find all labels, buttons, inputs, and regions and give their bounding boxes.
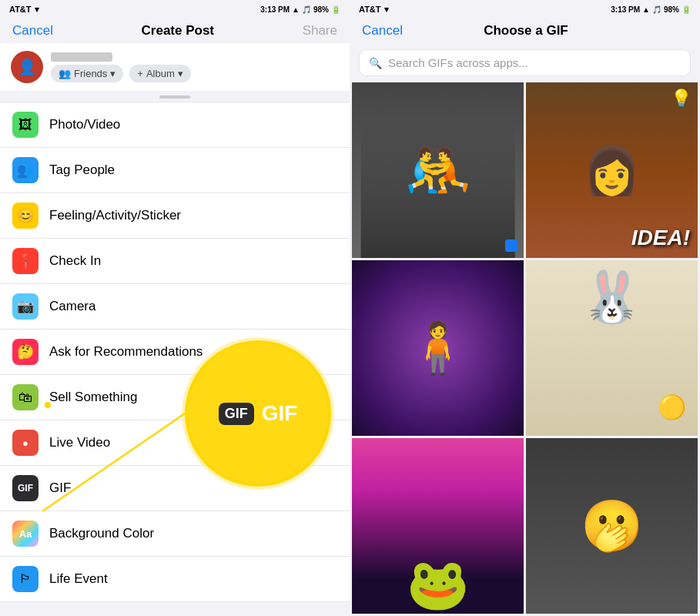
photo-video-icon: 🖼 [12, 112, 39, 138]
ask-recommendations-label: Ask for Recommendations [49, 344, 203, 360]
left-battery-icon: 🔋 [331, 5, 340, 14]
girl-cover-mouth-emoji: 🫢 [581, 497, 643, 555]
camera-icon: 📷 [12, 293, 39, 320]
plus-icon: + [137, 68, 143, 79]
kermit-emoji: 🐸 [407, 555, 469, 614]
menu-item-background-color[interactable]: Aa Background Color [0, 511, 350, 557]
gif-grid: 🤼 💡 IDEA! 👩 🧍 🐰 🟡 🐸 🫢 [350, 82, 700, 616]
gif-item-6[interactable]: 🫢 [526, 438, 698, 614]
right-carrier: AT&T [359, 5, 381, 14]
tag-people-icon: 👥 [12, 157, 39, 183]
gif-item-1[interactable]: 🤼 [352, 82, 524, 258]
menu-item-camera[interactable]: 📷 Camera [0, 284, 350, 330]
sell-something-icon: 🛍 [12, 384, 39, 410]
left-bt-icon: 🎵 [302, 5, 311, 14]
sell-something-label: Sell Something [49, 390, 137, 405]
background-color-icon: Aa [12, 521, 39, 547]
live-video-label: Live Video [49, 435, 110, 450]
album-label: Album [146, 68, 175, 79]
left-nav-bar: Cancel Create Post Share [0, 18, 350, 43]
right-status-bar: AT&T ▾ 3:13 PM ▲ 🎵 98% 🔋 [350, 0, 700, 18]
left-share-button[interactable]: Share [303, 23, 337, 38]
feeling-label: Feeling/Activity/Sticker [49, 208, 181, 223]
friends-label: Friends [74, 68, 107, 79]
user-avatar: 👤 [11, 51, 43, 83]
right-status-right: 3:13 PM ▲ 🎵 98% 🔋 [611, 5, 691, 14]
left-nav-title: Create Post [142, 23, 214, 38]
check-in-icon: 📍 [12, 248, 39, 274]
gif-item-5[interactable]: 🐸 [352, 438, 524, 614]
post-controls: 👥 Friends ▾ + Album ▾ [51, 65, 191, 82]
gif-item-3[interactable]: 🧍 [352, 260, 524, 436]
man-emoji: 🧍 [407, 319, 469, 377]
gif-icon: GIF [12, 475, 39, 501]
search-input[interactable]: Search GIFs across apps... [388, 56, 528, 69]
gif-white-text: GIF [262, 401, 298, 426]
life-event-icon: 🏳 [12, 566, 39, 592]
minion-emoji: 🟡 [658, 393, 686, 420]
friends-button[interactable]: 👥 Friends ▾ [51, 65, 123, 82]
feeling-icon: 😊 [12, 203, 39, 229]
right-gps-icon: ▲ [642, 5, 650, 14]
gif-item-2[interactable]: 💡 IDEA! 👩 [526, 82, 698, 258]
menu-item-feeling[interactable]: 😊 Feeling/Activity/Sticker [0, 193, 350, 239]
idea-text: IDEA! [631, 226, 690, 250]
left-cancel-button[interactable]: Cancel [12, 23, 53, 38]
right-wifi-icon: ▾ [384, 5, 389, 15]
right-battery-icon: 🔋 [682, 5, 691, 14]
photo-video-label: Photo/Video [49, 117, 120, 132]
left-carrier: AT&T [9, 5, 32, 14]
right-cancel-button[interactable]: Cancel [362, 23, 403, 38]
gif-highlight-dot [45, 402, 51, 408]
background-color-label: Background Color [49, 526, 154, 541]
left-time: 3:13 PM [260, 5, 290, 14]
check-in-label: Check In [49, 253, 101, 269]
wrestler-emoji: 🤼 [404, 143, 471, 197]
menu-item-check-in[interactable]: 📍 Check In [0, 239, 350, 284]
user-info: 👥 Friends ▾ + Album ▾ [51, 52, 191, 82]
menu-item-photo-video[interactable]: 🖼 Photo/Video [0, 102, 350, 148]
right-nav-title: Choose a GIF [484, 23, 568, 38]
menu-item-life-event[interactable]: 🏳 Life Event [0, 557, 350, 602]
left-wifi-icon: ▾ [35, 5, 39, 15]
life-event-label: Life Event [49, 571, 108, 587]
gif-callout-content: GIF GIF [219, 401, 298, 426]
girl-emoji: 👩 [583, 143, 641, 198]
friends-chevron: ▾ [110, 68, 116, 79]
right-bt-icon: 🎵 [652, 5, 661, 14]
post-header: 👤 👥 Friends ▾ + Album ▾ [0, 43, 350, 91]
right-panel: AT&T ▾ 3:13 PM ▲ 🎵 98% 🔋 Cancel Choose a… [350, 0, 700, 616]
right-nav-bar: Cancel Choose a GIF [350, 18, 700, 43]
bulb-emoji: 💡 [671, 89, 692, 109]
left-status-bar: AT&T ▾ 3:13 PM ▲ 🎵 98% 🔋 [0, 0, 350, 18]
tag-people-label: Tag People [49, 162, 115, 178]
gif-search-bar[interactable]: 🔍 Search GIFs across apps... [359, 49, 691, 76]
right-battery: 98% [664, 5, 679, 14]
album-chevron: ▾ [178, 68, 183, 79]
user-name-placeholder [51, 52, 112, 62]
gif-label: GIF [49, 480, 71, 496]
left-status-right: 3:13 PM ▲ 🎵 98% 🔋 [260, 5, 340, 14]
friends-icon: 👥 [59, 68, 71, 79]
left-battery: 98% [313, 5, 329, 14]
search-icon: 🔍 [369, 57, 382, 69]
gif-callout-bubble: GIF GIF [185, 340, 331, 487]
menu-item-tag-people[interactable]: 👥 Tag People [0, 148, 350, 193]
album-button[interactable]: + Album ▾ [129, 65, 190, 82]
right-time: 3:13 PM [611, 5, 640, 14]
trending-badge-1 [505, 239, 517, 252]
left-panel: AT&T ▾ 3:13 PM ▲ 🎵 98% 🔋 Cancel Create P… [0, 0, 350, 616]
bunny-emoji: 🐰 [581, 268, 643, 326]
left-gps-icon: ▲ [292, 5, 300, 14]
gif-item-4[interactable]: 🐰 🟡 [526, 260, 698, 436]
left-status-left: AT&T ▾ [9, 5, 39, 15]
right-status-left: AT&T ▾ [359, 5, 389, 15]
gif-dark-badge: GIF [219, 403, 254, 425]
drag-handle [159, 95, 190, 99]
live-video-icon: ● [12, 430, 39, 456]
camera-label: Camera [49, 299, 95, 314]
ask-recommendations-icon: 🤔 [12, 339, 39, 365]
